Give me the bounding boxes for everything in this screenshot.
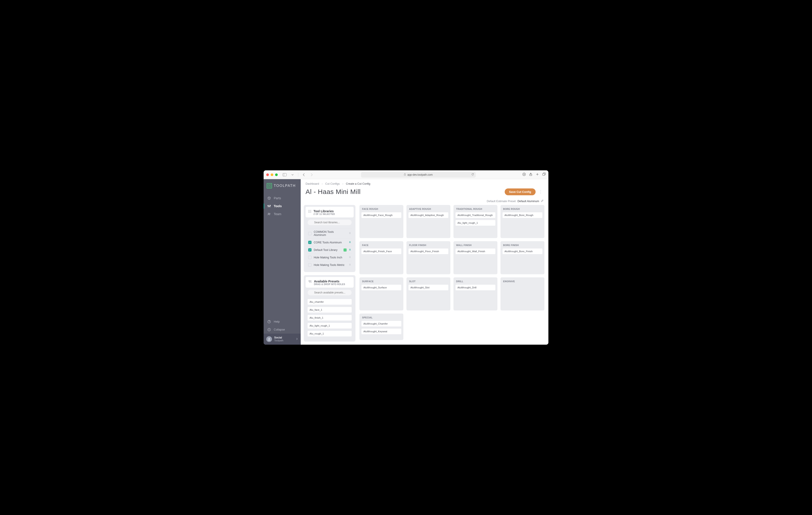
sort-priority-icon[interactable] <box>349 241 351 244</box>
role-chip[interactable]: AluWrought_Face_Rough <box>361 212 402 218</box>
breadcrumb-item[interactable]: Cut Configs <box>325 182 340 185</box>
role-card[interactable]: TRADITIONAL ROUGHAluWrought_Traditional_… <box>454 205 497 238</box>
role-chip[interactable]: AluWrought_Finish_Face <box>361 248 402 254</box>
role-card[interactable]: ADAPTIVE ROUGHAluWrought_Adaptive_Rough <box>406 205 451 238</box>
preset-chip[interactable]: Alu_rough_1 <box>307 331 352 337</box>
preset-chip[interactable]: Alu_light_rough_1 <box>307 323 352 329</box>
role-card[interactable]: SURFACEAluWrought_Surface <box>359 277 403 310</box>
tool-library-row[interactable]: COMMON Tools Aluminum <box>307 228 352 239</box>
more-actions-icon[interactable]: ⋮ <box>538 188 544 195</box>
role-chip[interactable]: AluWrought_Wall_Finish <box>455 248 496 254</box>
save-cut-config-button[interactable]: Save Cut Config <box>505 188 535 195</box>
role-chip[interactable]: AluWrought_Slot <box>408 284 448 291</box>
role-chip[interactable]: AluWrought_Chamfer <box>361 321 402 327</box>
close-icon[interactable] <box>266 174 269 176</box>
tool-library-row[interactable]: Default Tool Library <box>307 246 352 253</box>
sort-priority-icon[interactable] <box>349 249 351 251</box>
role-card[interactable]: WALL FINISHAluWrought_Wall_Finish <box>454 241 497 274</box>
role-chip[interactable]: AluWrought_Surface <box>361 284 402 291</box>
primary-nav: PartsToolsTeam <box>264 194 301 218</box>
sidebar-item-tools[interactable]: Tools <box>264 202 301 210</box>
brand-logo-icon <box>267 183 272 188</box>
role-card[interactable]: FACE ROUGHAluWrought_Face_Rough <box>359 205 403 238</box>
available-presets-search-input[interactable] <box>307 290 352 296</box>
checkbox[interactable] <box>308 256 312 259</box>
role-chip[interactable]: AluWrought_Bore_Rough <box>502 212 543 218</box>
role-title: BORE ROUGH <box>502 207 543 212</box>
profile-switcher[interactable]: Social Toolpath <box>264 334 301 345</box>
role-card[interactable]: BORE ROUGHAluWrought_Bore_Rough <box>500 205 544 238</box>
svg-point-13 <box>269 322 269 323</box>
preset-chip[interactable]: Alu_chamfer <box>307 299 352 305</box>
tabs-icon[interactable] <box>542 173 546 177</box>
role-chip[interactable]: AluWrought_Keyseat <box>361 328 402 334</box>
role-title: ENGRAVE <box>502 279 543 284</box>
sidebar-item-help[interactable]: Help <box>264 318 301 326</box>
role-chip[interactable]: AluWrought_Bore_Finish <box>502 248 543 254</box>
chevron-right-icon <box>296 337 298 341</box>
role-card[interactable]: BORE FINISHAluWrought_Bore_Finish <box>500 241 544 274</box>
role-title: FACE <box>361 243 402 248</box>
sidebar-item-parts[interactable]: Parts <box>264 194 301 202</box>
share-icon[interactable] <box>529 173 532 177</box>
svg-point-18 <box>311 210 311 211</box>
grid-icon <box>308 210 311 214</box>
help-label: Help <box>274 320 280 323</box>
svg-point-19 <box>309 211 309 212</box>
role-card[interactable]: FLOOR FINISHAluWrought_Floor_Finish <box>406 241 451 274</box>
breadcrumb: Dashboard›Cut Configs›Create a Cut Confi… <box>301 179 548 187</box>
profile-text: Social Toolpath <box>274 336 294 342</box>
checkbox[interactable] <box>308 248 312 251</box>
tool-library-row[interactable]: CORE Tools Aluminum <box>307 239 352 246</box>
default-preset-label: Default Estimate Preset <box>487 200 516 203</box>
sidebar-item-collapse[interactable]: Collapse <box>264 326 301 334</box>
role-title: FACE ROUGH <box>361 207 402 212</box>
role-title: TRADITIONAL ROUGH <box>455 207 496 212</box>
tool-libraries-list: COMMON Tools Aluminum CORE Tools Aluminu… <box>306 227 354 270</box>
svg-point-11 <box>269 213 270 214</box>
chevron-down-icon[interactable] <box>290 173 295 177</box>
role-chip[interactable]: AluWrought_Adaptive_Rough <box>408 212 448 218</box>
help-icon <box>267 320 271 324</box>
preset-chip[interactable]: Alu_finish_1 <box>307 315 352 321</box>
role-card[interactable]: DRILLAluWrought_Drill <box>454 277 497 310</box>
edit-default-preset-icon[interactable] <box>541 200 544 203</box>
download-icon[interactable] <box>522 173 526 177</box>
reload-icon[interactable] <box>471 173 474 176</box>
checkbox[interactable] <box>308 241 312 244</box>
role-card-special[interactable]: SPECIAL AluWrought_ChamferAluWrought_Key… <box>359 313 403 340</box>
preset-chip[interactable]: Alu_face_1 <box>307 307 352 313</box>
role-card[interactable]: ENGRAVE <box>500 277 544 310</box>
window-controls <box>266 174 278 176</box>
sidebar-item-team[interactable]: Team <box>264 210 301 218</box>
svg-point-20 <box>310 211 310 212</box>
tool-library-row[interactable]: Hole Making Tools Metric <box>307 261 352 269</box>
role-chip[interactable]: Alu_light_rough_1 <box>455 220 496 226</box>
breadcrumb-item[interactable]: Dashboard <box>306 182 319 185</box>
checkbox[interactable] <box>308 232 312 235</box>
sidebar-toggle-icon[interactable] <box>281 172 288 177</box>
minimize-icon[interactable] <box>271 174 273 176</box>
sort-priority-icon[interactable] <box>349 264 351 266</box>
checkbox[interactable] <box>308 263 312 267</box>
role-card[interactable]: FACEAluWrought_Finish_Face <box>359 241 403 274</box>
nav-back-icon[interactable] <box>301 172 307 177</box>
role-chip[interactable]: AluWrought_Drill <box>455 284 496 291</box>
svg-rect-5 <box>543 174 545 175</box>
roles-scroll[interactable]: FACE ROUGHAluWrought_Face_RoughADAPTIVE … <box>359 205 545 341</box>
role-chip[interactable]: AluWrought_Traditional_Rough <box>455 212 496 218</box>
sort-priority-icon[interactable] <box>349 232 351 235</box>
brand[interactable]: TOOLPATH <box>264 179 301 194</box>
nav-forward-icon[interactable] <box>309 172 314 177</box>
sort-priority-icon[interactable] <box>349 256 351 259</box>
presets-icon <box>308 280 312 284</box>
role-card[interactable]: SLOTAluWrought_Slot <box>406 277 451 310</box>
role-chip[interactable]: AluWrought_Floor_Finish <box>408 248 448 254</box>
collapse-label: Collapse <box>274 328 285 331</box>
tool-libraries-panel: Tool Libraries 2 OF 11 SELECTED <box>304 205 355 272</box>
tool-library-row[interactable]: Hole Making Tools Inch <box>307 253 352 261</box>
new-tab-icon[interactable] <box>535 173 539 177</box>
maximize-icon[interactable] <box>275 174 278 176</box>
url-bar[interactable]: app-dev.toolpath.com <box>361 172 476 178</box>
tool-libraries-search-input[interactable] <box>307 219 352 225</box>
